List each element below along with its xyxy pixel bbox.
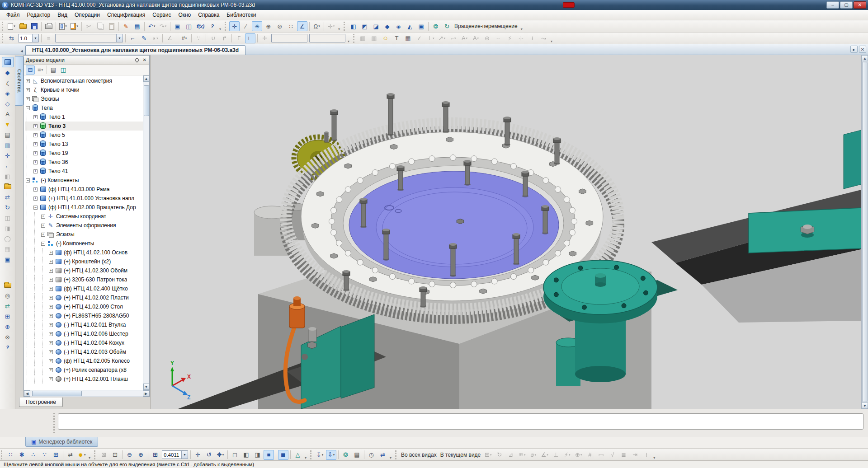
tree-item[interactable]: +Тело 1: [25, 112, 143, 122]
tree-item[interactable]: +(+) НТЦ 41.01.000 Установка напл: [25, 194, 143, 203]
rotate-move-icon[interactable]: ↻: [442, 21, 452, 31]
tree-item[interactable]: +(+) 3205-630 Патрон тока: [25, 275, 143, 284]
tree-expander[interactable]: +: [49, 314, 53, 318]
doc-tab-scroll-left-icon[interactable]: ◂: [18, 47, 25, 55]
find-replace-icon[interactable]: ◎: [2, 290, 14, 301]
snap-angle-icon[interactable]: ∠: [297, 21, 307, 31]
tree-expander[interactable]: +: [49, 305, 53, 309]
tree-expander[interactable]: +: [33, 169, 38, 173]
tree-item[interactable]: +(+) Кронштейн (x2): [25, 257, 143, 266]
view-isometry-xyz-icon[interactable]: ◆: [382, 21, 392, 31]
tree-item[interactable]: +Тело 13: [25, 140, 143, 149]
grid-icon[interactable]: #▾: [179, 33, 189, 43]
toolbar-overflow-icon[interactable]: ▾: [87, 450, 92, 460]
tab-construction[interactable]: Построение: [19, 398, 63, 407]
tree-item[interactable]: +Тело 36: [25, 158, 143, 167]
tree-horizontal-scrollbar[interactable]: ◀ ▶: [24, 390, 149, 397]
print-preview-icon[interactable]: ▾: [58, 21, 68, 31]
save-document-icon[interactable]: [29, 21, 39, 31]
orientation-icon[interactable]: ✥▾: [215, 450, 226, 460]
tree-expander[interactable]: +: [41, 215, 45, 219]
pin-icon[interactable]: [134, 57, 139, 62]
array-by-table-icon[interactable]: ⊞: [51, 450, 61, 460]
pan-icon[interactable]: ✛: [193, 450, 203, 460]
tree-expander[interactable]: −: [26, 106, 30, 110]
property-bar-handle[interactable]: [53, 413, 55, 433]
tree-item[interactable]: +(-) НТЦ 41.02.004 Кожух: [25, 338, 143, 347]
tree-expander[interactable]: −: [33, 206, 38, 210]
tree-item[interactable]: +(ф) НТЦ 41.02.005 Колесо: [25, 356, 143, 365]
tree-expander[interactable]: +: [33, 142, 38, 146]
rebuild-model-icon[interactable]: ◷: [366, 450, 377, 460]
array-rectangular-icon[interactable]: ∷: [5, 450, 16, 460]
tree-composition-icon[interactable]: ≡▾: [36, 66, 45, 75]
move-component-icon[interactable]: ⇄: [2, 192, 14, 202]
current-scale-icon[interactable]: ⇆: [6, 33, 17, 43]
tree-item[interactable]: +(+) FL86STH65-2808AG50: [25, 311, 143, 320]
view-plane-xy-icon[interactable]: ◧: [348, 21, 359, 31]
toolbar-overflow-icon[interactable]: ▾: [303, 450, 308, 460]
tools-icon[interactable]: ⊗: [2, 332, 14, 342]
tree-item[interactable]: +(-) НТЦ 41.02.003 Обойм: [25, 347, 143, 356]
menu-6[interactable]: Окно: [175, 10, 194, 19]
tree-expander[interactable]: +: [26, 97, 30, 101]
scale-combo[interactable]: 1.0▾: [18, 34, 39, 42]
view-plane-zx-icon[interactable]: ◪: [371, 21, 381, 31]
snap-tangent-icon[interactable]: ⊘: [274, 21, 285, 31]
tree-item[interactable]: +(+) НТЦ 41.02.002 Пласти: [25, 293, 143, 302]
tree-expander[interactable]: +: [49, 251, 53, 255]
toolbar-overflow-icon[interactable]: ▾: [652, 450, 656, 460]
snap-intersection-icon[interactable]: ✳: [252, 21, 262, 31]
orbit-icon[interactable]: ❂: [430, 21, 441, 31]
tree-relations-icon[interactable]: ◫: [59, 66, 68, 75]
maximize-button[interactable]: ▢: [840, 1, 853, 9]
ortho-drawing-icon[interactable]: ∟: [245, 33, 255, 43]
table-tool-icon[interactable]: ▦: [403, 33, 413, 43]
rotate-component-icon[interactable]: ↻: [2, 202, 14, 213]
mirror-bodies-icon[interactable]: ⇄: [65, 450, 75, 460]
report-icon[interactable]: ▥: [2, 140, 14, 150]
edit-model-icon[interactable]: [2, 57, 14, 67]
menu-3[interactable]: Операции: [71, 10, 104, 19]
zoom-frame-icon[interactable]: ⊞: [150, 450, 160, 460]
copy-properties-icon[interactable]: ✎: [121, 21, 131, 31]
tree-expander[interactable]: +: [49, 368, 53, 372]
fx-icon[interactable]: f(x): [195, 21, 206, 31]
tree-expander[interactable]: +: [49, 377, 53, 381]
tree-item[interactable]: +Тело 19: [25, 149, 143, 158]
snap-point-icon[interactable]: ✛: [229, 21, 240, 31]
tree-item[interactable]: −(-) Компоненты: [25, 239, 143, 248]
viewport-scroll-down-icon[interactable]: ▼: [862, 402, 868, 409]
tree-item[interactable]: +(+) НТЦ 41.02.001 Планш: [25, 374, 143, 384]
tree-item[interactable]: +(ф) НТЦ 41.02.100 Основ: [25, 248, 143, 257]
toolbar-overflow-icon[interactable]: ▾: [519, 21, 524, 31]
tree-expander[interactable]: +: [33, 187, 38, 192]
create-drawing-icon[interactable]: ▾: [69, 21, 80, 31]
new-board-icon[interactable]: ⊞: [2, 311, 14, 322]
zoom-out-icon[interactable]: ⊖: [124, 450, 135, 460]
tree-item[interactable]: −(-) Компоненты: [25, 176, 143, 185]
tree-item[interactable]: +(ф) НТЦ 41.03.000 Рама: [25, 185, 143, 194]
tree-item[interactable]: +Тело 41: [25, 167, 143, 176]
sketch-tool-icon[interactable]: ⌐: [2, 161, 14, 171]
menu-7[interactable]: Справка: [194, 10, 223, 19]
scroll-left-icon[interactable]: ◀: [24, 390, 30, 397]
specification-icon[interactable]: ▤: [2, 130, 14, 140]
toolbar-overflow-icon[interactable]: ▾: [388, 450, 393, 460]
viewport-3d[interactable]: Y X Z ▲ ▼: [151, 55, 868, 409]
coordinate-system-icon[interactable]: ✛: [2, 150, 14, 161]
scroll-down-icon[interactable]: ▼: [143, 384, 150, 390]
tree-expander[interactable]: +: [49, 332, 53, 336]
snap-settings-icon[interactable]: Ω▾: [311, 21, 322, 31]
auxiliary-geometry-icon[interactable]: ◇: [2, 98, 14, 109]
menu-8[interactable]: Библиотеки: [223, 10, 259, 19]
tree-expander[interactable]: −: [26, 178, 30, 183]
macro-icon[interactable]: ▤: [352, 450, 362, 460]
toolbar-overflow-icon[interactable]: ▾: [218, 21, 222, 31]
tab-library-manager[interactable]: ▣ Менеджер библиотек: [25, 437, 98, 447]
tree-close-icon[interactable]: ✕: [142, 57, 147, 62]
show-windows-icon[interactable]: ▣: [172, 21, 183, 31]
view-plane-zy-icon[interactable]: ◩: [359, 21, 370, 31]
tree-hscroll-thumb[interactable]: [32, 391, 82, 396]
snap-center-icon[interactable]: ⊕: [263, 21, 274, 31]
